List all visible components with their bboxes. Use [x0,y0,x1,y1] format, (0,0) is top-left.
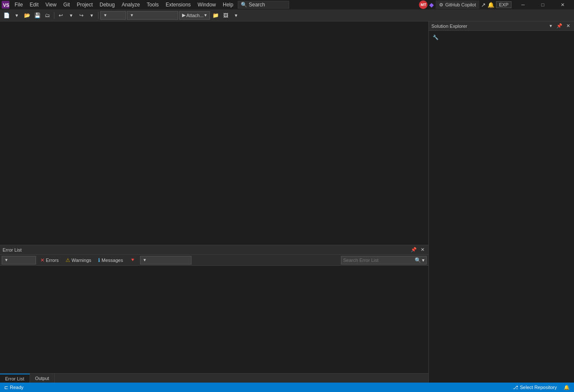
save-all-button[interactable]: 🗂 [43,11,52,20]
select-repository-label: Select Repository [520,385,557,390]
error-icon: ✕ [40,257,45,263]
menu-extensions[interactable]: Extensions [162,1,194,9]
se-close-button[interactable]: ✕ [565,23,571,30]
notifications-icon[interactable]: 🔔 [487,2,494,8]
screenshot-button[interactable]: 🖼 [221,11,230,20]
menu-file[interactable]: File [11,1,26,9]
editor-area: Error List 📌 ✕ ▾ ✕ Errors [0,21,428,383]
menu-analyze[interactable]: Analyze [118,1,144,9]
filter-icon: 🔻 [130,257,136,263]
search-label: Search [249,2,265,8]
status-icon: ⊏ [4,385,8,390]
warnings-filter-button[interactable]: ⚠ Warnings [63,256,94,264]
menu-help[interactable]: Help [219,1,237,9]
status-right: ⎇ Select Repository 🔔 [511,383,571,392]
menu-git[interactable]: Git [60,1,73,9]
errors-label: Errors [46,258,59,263]
menu-project[interactable]: Project [73,1,96,9]
panel-close-button[interactable]: ✕ [419,246,426,253]
minimize-button[interactable]: ─ [513,0,533,9]
search-options-arrow[interactable]: ▾ [422,257,425,263]
bottom-panel: Error List 📌 ✕ ▾ ✕ Errors [0,245,428,373]
bottom-tabs: Error List Output [0,373,428,383]
status-left: ⊏ Ready [3,383,25,392]
attach-button[interactable]: ▶ Attach... ▾ [179,11,210,20]
menu-window[interactable]: Window [194,1,219,9]
menu-bar: File Edit View Git Project Debug Analyze… [11,1,237,9]
project-filter-arrow: ▾ [144,257,146,263]
menu-tools[interactable]: Tools [144,1,162,9]
scope-arrow: ▾ [5,257,8,263]
title-bar-left: VS File Edit View Git Project Debug Anal… [2,1,289,9]
search-bar[interactable]: 🔍 Search [238,1,289,9]
project-filter-dropdown[interactable]: ▾ [140,256,191,264]
scope-filter-dropdown[interactable]: ▾ [2,256,36,264]
se-properties-button[interactable]: 🔧 [431,33,440,42]
panel-controls: 📌 ✕ [410,246,426,253]
status-ready: ⊏ Ready [3,383,25,392]
toolbar-sep-2 [98,12,99,19]
tab-error-list[interactable]: Error List [0,374,30,383]
github-copilot-button[interactable]: ⚙ GitHub Copilot [436,0,479,9]
user-avatar[interactable]: MT [419,0,428,9]
attach-label: Attach... [186,13,203,18]
messages-label: Messages [102,258,123,263]
warnings-label: Warnings [72,258,91,263]
repo-icon: ⎇ [513,385,518,390]
editor-main[interactable] [0,21,428,245]
se-controls: ▾ 📌 ✕ [547,23,571,30]
messages-filter-button[interactable]: ℹ Messages [96,256,126,264]
play-icon: ▶ [182,12,185,18]
diamond-icon: ◆ [429,1,434,8]
github-copilot-label: GitHub Copilot [445,2,476,7]
platform-dropdown[interactable]: ▾ [127,11,178,20]
error-list-title: Error List [3,247,22,252]
code-analysis-filter-button[interactable]: 🔻 [127,256,138,264]
errors-filter-button[interactable]: ✕ Errors [38,256,61,264]
screenshot-arrow[interactable]: ▾ [231,11,241,20]
share-icon[interactable]: ↗ [481,2,486,8]
solution-explorer: Solution Explorer ▾ 📌 ✕ 🔧 [428,21,574,383]
tab-output[interactable]: Output [30,374,55,383]
toolbar: 📄 ▾ 📂 💾 🗂 ↩ ▾ ↪ ▾ ▾ ▾ ▶ Attach... ▾ 📁 🖼 … [0,9,574,21]
exp-button[interactable]: EXP [496,1,511,8]
save-button[interactable]: 💾 [33,11,42,20]
se-pin-button[interactable]: 📌 [556,23,563,30]
solution-explorer-content: 🔧 [429,31,574,383]
undo-arrow[interactable]: ▾ [66,11,76,20]
platform-arrow: ▾ [131,12,133,18]
menu-debug[interactable]: Debug [96,1,118,9]
config-dropdown[interactable]: ▾ [100,11,126,20]
select-repository-button[interactable]: ⎇ Select Repository [511,383,559,392]
menu-edit[interactable]: Edit [26,1,42,9]
menu-view[interactable]: View [42,1,60,9]
search-error-input[interactable] [343,258,414,263]
notification-bell[interactable]: 🔔 [562,383,571,392]
config-arrow: ▾ [104,12,107,18]
error-list-content [0,266,428,373]
redo-button[interactable]: ↪ [77,11,86,20]
error-list-toolbar: ▾ ✕ Errors ⚠ Warnings ℹ Messages [0,255,428,266]
open-folder2-button[interactable]: 📁 [211,11,220,20]
close-button[interactable]: ✕ [553,0,572,9]
open-folder-button[interactable]: 📂 [22,11,32,20]
warning-icon: ⚠ [66,257,70,263]
title-bar-right: MT ◆ ⚙ GitHub Copilot ↗ 🔔 EXP ─ □ ✕ [419,0,572,9]
se-toolbar: 🔧 [430,33,572,42]
search-error-icon: 🔍 [415,257,421,263]
undo-button[interactable]: ↩ [56,11,66,20]
redo-arrow[interactable]: ▾ [87,11,96,20]
open-button[interactable]: ▾ [12,11,21,20]
new-project-button[interactable]: 📄 [2,11,11,20]
search-icon: 🔍 [241,2,247,8]
maximize-button[interactable]: □ [533,0,553,9]
error-list-title-bar: Error List 📌 ✕ [0,245,428,255]
window-controls: ─ □ ✕ [513,0,572,9]
title-bar: VS File Edit View Git Project Debug Anal… [0,0,574,9]
toolbar-sep-1 [54,12,54,19]
panel-pin-button[interactable]: 📌 [410,246,417,253]
se-dropdown-button[interactable]: ▾ [547,23,554,30]
status-bar: ⊏ Ready ⎇ Select Repository 🔔 [0,383,574,392]
info-icon: ℹ [98,257,100,263]
search-error-list[interactable]: 🔍 ▾ [341,256,427,264]
